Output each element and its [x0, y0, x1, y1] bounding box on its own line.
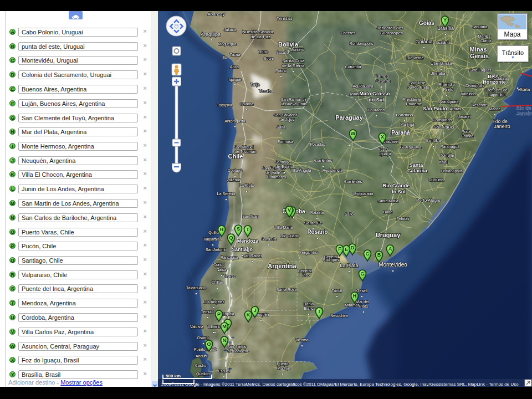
svg-text:Mar del: Mar del	[356, 300, 369, 304]
svg-text:la Nueva Orán: la Nueva Orán	[281, 102, 306, 106]
svg-text:Itapemirim: Itapemirim	[489, 93, 507, 97]
svg-text:I: I	[319, 309, 320, 314]
svg-text:500 km: 500 km	[166, 374, 181, 378]
svg-text:Araraquara: Araraquara	[439, 100, 458, 104]
svg-text:Sete Lagoas: Sete Lagoas	[469, 68, 492, 73]
svg-text:Potosí: Potosí	[275, 69, 287, 73]
svg-text:Bahía: Bahía	[304, 302, 314, 306]
svg-text:Pergamino: Pergamino	[299, 250, 318, 255]
svg-text:Resende: Resende	[472, 103, 487, 107]
svg-text:Macaé: Macaé	[489, 107, 500, 111]
svg-text:Ribeirão: Ribeirão	[438, 82, 455, 87]
svg-text:J: J	[253, 308, 256, 313]
svg-text:del Estero: del Estero	[275, 165, 293, 168]
svg-text:K: K	[247, 312, 250, 318]
svg-text:Rafaela: Rafaela	[310, 211, 324, 214]
svg-text:Praia: Praia	[462, 130, 470, 134]
svg-text:Oruro: Oruro	[258, 50, 268, 54]
svg-text:Y: Y	[443, 17, 447, 23]
svg-text:Santa Fe: Santa Fe	[304, 221, 323, 226]
svg-text:Santiago: Santiago	[232, 247, 253, 252]
svg-text:Tacna: Tacna	[230, 53, 241, 57]
svg-text:Claros: Claros	[480, 39, 492, 43]
svg-text:Londrina: Londrina	[396, 112, 413, 117]
svg-text:de La Paz: de La Paz	[250, 34, 270, 39]
svg-text:Uberlândia: Uberlândia	[431, 61, 452, 66]
svg-text:Maringá: Maringá	[400, 122, 414, 127]
svg-text:Zapala: Zapala	[222, 312, 234, 316]
svg-text:Jaboatão dos: Jaboatão dos	[377, 25, 403, 30]
svg-text:Guarapuava: Guarapuava	[400, 145, 422, 150]
svg-text:Esquel: Esquel	[218, 369, 230, 374]
svg-text:Abancay: Abancay	[207, 12, 224, 17]
svg-text:Viedma: Viedma	[295, 338, 309, 342]
svg-text:San Rafael: San Rafael	[243, 254, 262, 258]
svg-text:Varginha: Varginha	[461, 92, 476, 96]
svg-text:Rosario: Rosario	[307, 229, 328, 235]
svg-text:X: X	[381, 134, 384, 140]
svg-text:Iquique: Iquique	[229, 78, 242, 82]
svg-text:Santa Maria: Santa Maria	[377, 199, 398, 203]
svg-text:São Paulo: São Paulo	[434, 125, 454, 130]
svg-text:Vallenar: Vallenar	[226, 178, 241, 182]
svg-text:Rondonópolis: Rondonópolis	[350, 42, 374, 46]
svg-text:Corumbá: Corumbá	[345, 65, 361, 69]
svg-text:Posadas: Posadas	[310, 142, 325, 146]
svg-text:do Sul: do Sul	[369, 97, 384, 103]
svg-text:Goiás: Goiás	[419, 20, 434, 26]
svg-text:Grande: Grande	[376, 79, 391, 84]
svg-text:São Paulo: São Paulo	[423, 106, 447, 111]
svg-text:Tandil: Tandil	[332, 289, 342, 293]
svg-text:La Plata: La Plata	[340, 263, 358, 268]
svg-text:Chillán: Chillán	[211, 280, 223, 284]
svg-text:Bagé: Bagé	[383, 210, 392, 214]
svg-text:Jacareí: Jacareí	[458, 115, 471, 119]
svg-text:Mendoza: Mendoza	[237, 238, 259, 244]
svg-text:Mato Grosso: Mato Grosso	[359, 91, 390, 96]
svg-text:Valparaíso: Valparaíso	[204, 237, 222, 242]
svg-text:Juliaca: Juliaca	[224, 28, 236, 32]
svg-text:Pico: Pico	[302, 273, 310, 277]
svg-text:Salto: Salto	[345, 212, 354, 216]
svg-text:Catarina: Catarina	[407, 168, 428, 173]
svg-text:Madryn: Madryn	[277, 366, 290, 371]
svg-text:do Sul: do Sul	[390, 189, 406, 195]
svg-text:General: General	[298, 269, 312, 273]
svg-text:Antofagasta: Antofagasta	[224, 119, 245, 124]
svg-text:Corrientes: Corrientes	[344, 180, 362, 183]
svg-text:Paranaguá: Paranaguá	[441, 145, 459, 149]
svg-text:Cáceres: Cáceres	[341, 31, 356, 35]
svg-text:B: B	[377, 252, 381, 258]
svg-text:D: D	[351, 245, 355, 250]
svg-text:Rio Grande: Rio Grande	[383, 183, 410, 188]
svg-text:Los Ángeles: Los Ángeles	[203, 299, 225, 304]
svg-text:San Carlos: San Carlos	[227, 345, 247, 349]
svg-text:Grande: Grande	[461, 134, 473, 138]
svg-text:N: N	[223, 337, 227, 343]
svg-text:Q: Q	[229, 235, 233, 241]
svg-text:Osorno: Osorno	[197, 336, 210, 340]
svg-text:Janeiro: Janeiro	[494, 124, 510, 129]
svg-text:Blanca: Blanca	[304, 306, 316, 310]
svg-text:2009©2011 Google - Imagens ©20: 2009©2011 Google - Imagens ©2011 TerraMe…	[161, 382, 519, 387]
svg-text:T: T	[246, 227, 249, 232]
svg-text:Sucre: Sucre	[264, 57, 274, 60]
svg-text:Quellón: Quellón	[196, 372, 209, 376]
svg-text:Curitiba: Curitiba	[426, 138, 441, 143]
svg-text:F: F	[338, 246, 341, 252]
svg-text:San Miguel: San Miguel	[234, 145, 253, 150]
svg-text:Villa María: Villa María	[275, 226, 293, 229]
svg-text:M: M	[222, 324, 227, 329]
svg-text:Porto Alegre: Porto Alegre	[416, 198, 441, 203]
svg-text:São José: São José	[409, 81, 425, 85]
svg-text:Campo: Campo	[375, 74, 389, 79]
svg-text:Goiânia: Goiânia	[415, 39, 432, 44]
svg-text:Tarija: Tarija	[250, 83, 260, 87]
svg-text:San Luis: San Luis	[261, 237, 277, 241]
svg-text:Linares: Linares	[223, 274, 236, 278]
svg-text:Presidente: Presidente	[403, 98, 422, 101]
svg-text:Paraná: Paraná	[391, 130, 410, 136]
svg-text:Iguaçu: Iguaçu	[379, 152, 391, 156]
svg-text:Luziânia: Luziânia	[436, 40, 451, 44]
svg-text:Puerto: Puerto	[277, 362, 289, 366]
